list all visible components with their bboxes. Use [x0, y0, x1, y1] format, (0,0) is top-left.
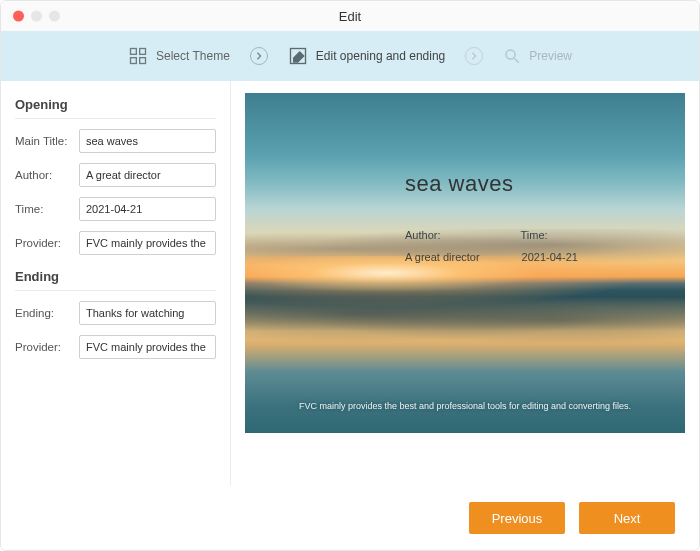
step-select-theme[interactable]: Select Theme [128, 46, 230, 66]
preview-values-row: A great director 2021-04-21 [405, 251, 578, 263]
search-icon [503, 47, 521, 65]
step-edit-opening-ending[interactable]: Edit opening and ending [288, 46, 445, 66]
svg-rect-2 [131, 58, 137, 64]
window-title: Edit [1, 9, 699, 24]
preview-time-label: Time: [520, 229, 547, 241]
next-button[interactable]: Next [579, 502, 675, 534]
step-preview[interactable]: Preview [503, 47, 572, 65]
svg-point-5 [506, 50, 515, 59]
field-main-title: Main Title: [15, 129, 216, 153]
preview-footer-text: FVC mainly provides the best and profess… [245, 401, 685, 411]
preview-labels-row: Author: Time: [405, 229, 548, 241]
opening-heading: Opening [15, 97, 216, 119]
author-label: Author: [15, 169, 73, 181]
svg-rect-3 [140, 58, 146, 64]
ending-heading: Ending [15, 269, 216, 291]
content-area: Opening Main Title: Author: Time: Provid… [1, 81, 699, 486]
time-input[interactable] [79, 197, 216, 221]
ending-label: Ending: [15, 307, 73, 319]
svg-rect-1 [140, 49, 146, 55]
time-label: Time: [15, 203, 73, 215]
provider-ending-label: Provider: [15, 341, 73, 353]
sidebar: Opening Main Title: Author: Time: Provid… [1, 81, 231, 486]
preview-author-value: A great director [405, 251, 480, 263]
preview-time-value: 2021-04-21 [522, 251, 578, 263]
step-select-theme-label: Select Theme [156, 49, 230, 63]
minimize-icon[interactable] [31, 11, 42, 22]
main-title-input[interactable] [79, 129, 216, 153]
preview-canvas: sea waves Author: Time: A great director… [245, 93, 685, 433]
preview-pane: sea waves Author: Time: A great director… [231, 81, 699, 486]
zoom-icon[interactable] [49, 11, 60, 22]
ending-input[interactable] [79, 301, 216, 325]
field-provider-ending: Provider: [15, 335, 216, 359]
field-ending: Ending: [15, 301, 216, 325]
footer: Previous Next [1, 486, 699, 550]
close-icon[interactable] [13, 11, 24, 22]
svg-rect-0 [131, 49, 137, 55]
previous-button[interactable]: Previous [469, 502, 565, 534]
step-edit-opening-ending-label: Edit opening and ending [316, 49, 445, 63]
edit-window: Edit Select Theme Edit opening and endin… [0, 0, 700, 551]
chevron-right-icon [465, 47, 483, 65]
step-bar: Select Theme Edit opening and ending [1, 31, 699, 81]
provider-opening-label: Provider: [15, 237, 73, 249]
chevron-right-icon [250, 47, 268, 65]
author-input[interactable] [79, 163, 216, 187]
field-author: Author: [15, 163, 216, 187]
field-provider-opening: Provider: [15, 231, 216, 255]
preview-decoration [245, 290, 685, 350]
field-time: Time: [15, 197, 216, 221]
main-title-label: Main Title: [15, 135, 73, 147]
window-controls [13, 11, 60, 22]
preview-title: sea waves [405, 171, 513, 197]
provider-ending-input[interactable] [79, 335, 216, 359]
edit-icon [288, 46, 308, 66]
step-preview-label: Preview [529, 49, 572, 63]
theme-icon [128, 46, 148, 66]
preview-author-label: Author: [405, 229, 440, 241]
titlebar: Edit [1, 1, 699, 31]
provider-opening-input[interactable] [79, 231, 216, 255]
